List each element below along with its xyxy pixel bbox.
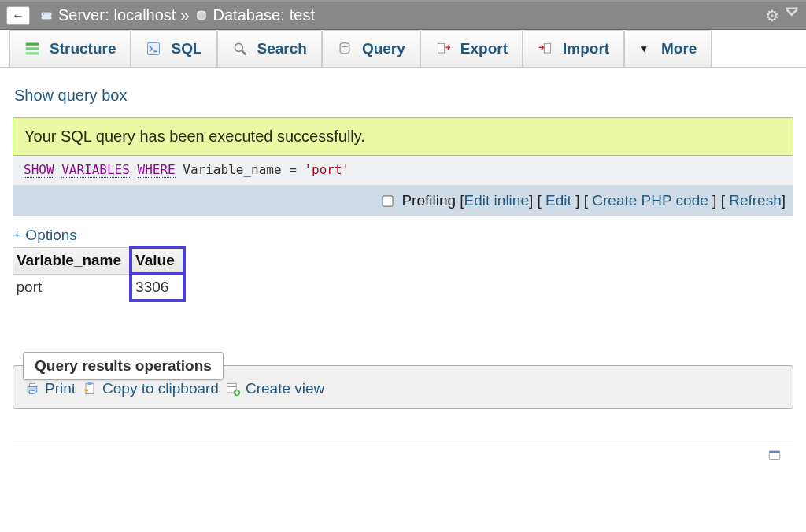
create-php-link[interactable]: Create PHP code — [592, 192, 708, 209]
search-icon — [232, 41, 248, 57]
sql-kw-show: SHOW — [24, 162, 54, 178]
profiling-checkbox[interactable] — [382, 196, 393, 207]
svg-rect-1 — [42, 16, 51, 18]
table-header[interactable]: Variable_name — [13, 247, 131, 274]
tab-label: Import — [563, 40, 609, 57]
svg-point-12 — [340, 43, 349, 47]
tab-import[interactable]: Import — [523, 30, 624, 67]
svg-rect-8 — [148, 43, 160, 55]
svg-rect-7 — [26, 52, 39, 54]
svg-rect-0 — [42, 13, 51, 16]
tab-query[interactable]: Query — [322, 30, 420, 67]
breadcrumb-server-label: Server: — [58, 6, 109, 24]
svg-rect-6 — [26, 47, 39, 50]
tab-search[interactable]: Search — [217, 30, 322, 67]
sql-kw-where: WHERE — [138, 162, 176, 178]
options-link[interactable]: + Options — [13, 227, 793, 244]
tab-label: Query — [362, 40, 405, 57]
edit-link[interactable]: Edit — [545, 192, 571, 209]
breadcrumb-db[interactable]: test — [290, 6, 315, 24]
tab-label: Structure — [50, 40, 116, 57]
export-icon — [435, 41, 451, 57]
console-icon — [767, 448, 782, 464]
svg-point-2 — [43, 13, 44, 14]
copy-label: Copy to clipboard — [102, 380, 219, 397]
query-icon — [337, 41, 353, 57]
table-cell: 3306 — [131, 274, 184, 301]
footer-divider — [13, 441, 793, 441]
collapse-icon[interactable] — [784, 6, 800, 25]
table-row: port 3306 — [13, 274, 184, 301]
create-view-label: Create view — [246, 380, 324, 397]
chevron-down-icon: ▼ — [639, 43, 649, 54]
tab-bar: Structure SQL Search Query Export Import… — [0, 30, 806, 68]
tab-label: Search — [257, 40, 307, 57]
breadcrumb: Server: localhost » Database: test — [39, 6, 760, 24]
table-header[interactable]: Value — [131, 247, 184, 274]
structure-icon — [24, 41, 40, 57]
svg-point-10 — [235, 43, 242, 51]
svg-rect-17 — [30, 391, 35, 394]
print-label: Print — [45, 380, 76, 397]
tab-label: More — [661, 40, 697, 57]
print-icon — [24, 381, 40, 397]
breadcrumb-server[interactable]: localhost — [113, 6, 176, 24]
svg-rect-4 — [786, 8, 798, 9]
svg-rect-24 — [769, 451, 780, 453]
back-button[interactable]: ← — [6, 6, 30, 25]
database-icon — [194, 9, 209, 22]
table-cell: port — [13, 274, 131, 301]
svg-rect-5 — [26, 43, 39, 46]
tab-label: Export — [460, 40, 508, 57]
tab-export[interactable]: Export — [420, 30, 523, 67]
svg-rect-16 — [30, 383, 35, 386]
copy-clipboard-action[interactable]: Copy to clipboard — [82, 380, 219, 397]
breadcrumb-separator: » — [180, 6, 189, 24]
print-action[interactable]: Print — [24, 380, 76, 397]
svg-rect-19 — [88, 382, 92, 385]
sql-kw-variables: VARIABLES — [61, 162, 130, 178]
query-toolbar: Profiling [Edit inline] [ Edit ] [ Creat… — [13, 186, 793, 216]
svg-rect-14 — [544, 43, 550, 53]
profiling-label: Profiling — [401, 192, 456, 209]
sql-string: 'port' — [304, 162, 349, 177]
svg-rect-13 — [438, 43, 444, 53]
query-results-operations: Query results operations Print Copy to c… — [13, 365, 793, 409]
server-icon — [39, 9, 54, 22]
tab-structure[interactable]: Structure — [9, 30, 131, 67]
breadcrumb-bar: ← Server: localhost » Database: test ⚙ — [0, 0, 806, 30]
sql-icon — [146, 41, 161, 57]
console-toggle[interactable] — [13, 448, 793, 467]
operations-legend: Query results operations — [23, 352, 224, 380]
table-header-row: Variable_name Value — [13, 247, 184, 274]
tab-label: SQL — [171, 40, 202, 57]
edit-inline-link[interactable]: Edit inline — [464, 192, 529, 209]
result-table: Variable_name Value port 3306 — [13, 246, 186, 302]
create-view-icon — [225, 381, 241, 397]
create-view-action[interactable]: Create view — [225, 380, 324, 397]
breadcrumb-db-label: Database: — [213, 6, 285, 24]
tab-sql[interactable]: SQL — [131, 30, 216, 67]
gear-icon[interactable]: ⚙ — [765, 6, 779, 25]
svg-line-11 — [242, 51, 246, 55]
import-icon — [538, 41, 553, 57]
sql-display: SHOW VARIABLES WHERE Variable_name = 'po… — [13, 156, 793, 186]
show-query-box-link[interactable]: Show query box — [14, 87, 793, 105]
sql-ident: Variable_name = — [176, 162, 305, 177]
clipboard-icon — [82, 381, 98, 397]
success-message: Your SQL query has been executed success… — [13, 117, 793, 156]
tab-more[interactable]: ▼ More — [624, 30, 712, 67]
refresh-link[interactable]: Refresh — [729, 192, 782, 209]
